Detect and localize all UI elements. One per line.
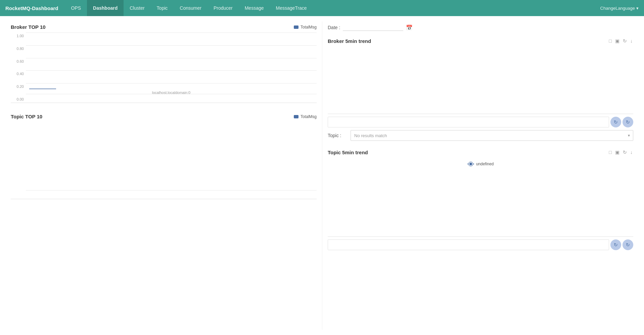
- nav-item-consumer[interactable]: Consumer: [174, 0, 208, 16]
- refresh-icon[interactable]: ↻: [622, 38, 628, 44]
- grid-line-4: [26, 70, 317, 71]
- topic-trend-legend: undefined: [467, 160, 494, 168]
- grid-line-5: [26, 83, 317, 83]
- broker-top10-section: Broker TOP 10 TotalMsg 1.00 0.80 0.60 0.…: [11, 24, 317, 103]
- broker-trend-icons: □ ▣ ↻ ↓: [608, 38, 633, 44]
- main-content: Broker TOP 10 TotalMsg 1.00 0.80 0.60 0.…: [0, 16, 644, 335]
- y-label-2: 0.80: [11, 47, 26, 51]
- date-input[interactable]: [343, 24, 403, 31]
- fullscreen-icon[interactable]: ▣: [614, 38, 620, 44]
- broker-top10-legend: TotalMsg: [294, 25, 317, 30]
- topic-top10-header: Topic TOP 10 TotalMsg: [11, 114, 317, 119]
- topic-row: Topic : No results match ▾: [328, 130, 633, 141]
- download-icon[interactable]: ↓: [630, 38, 633, 44]
- topic-trend-icons: □ ▣ ↻ ↓: [608, 149, 633, 156]
- grid-line-1: [26, 33, 317, 33]
- topic-trend-legend-label: undefined: [476, 162, 494, 166]
- nav-right: ChangeLanguage ▾: [600, 6, 639, 11]
- broker-trend-header: Broker 5min trend □ ▣ ↻ ↓: [328, 38, 633, 44]
- nav-items: OPS Dashboard Cluster Topic Consumer Pro…: [65, 0, 600, 16]
- nav-item-messagetrace[interactable]: MessageTrace: [270, 0, 313, 16]
- y-label-5: 0.20: [11, 85, 26, 89]
- topic-trend-title: Topic 5min trend: [328, 150, 368, 155]
- broker-trend-title: Broker 5min trend: [328, 38, 371, 44]
- broker-search-btn[interactable]: ↻: [610, 117, 621, 127]
- broker-top10-chart: 1.00 0.80 0.60 0.40 0.20 0.00: [11, 33, 317, 103]
- right-panel: Date : 📅 Broker 5min trend □ ▣ ↻ ↓: [322, 21, 639, 330]
- bar-label-localhost: localhost.localdomain:0: [26, 89, 317, 96]
- date-row: Date : 📅: [328, 24, 633, 31]
- topic-grid-bottom: [26, 190, 317, 190]
- topic-top10-title: Topic TOP 10: [11, 114, 42, 119]
- topic-refresh-icon[interactable]: ↻: [622, 149, 628, 156]
- nav-item-ops[interactable]: OPS: [65, 0, 87, 16]
- legend-dot-broker: [294, 25, 298, 29]
- chart-area-topic: [26, 122, 317, 192]
- topic-search-btn[interactable]: ↻: [610, 239, 621, 250]
- topic-control-row: ↻ ↻: [328, 239, 633, 250]
- nav-item-message[interactable]: Message: [239, 0, 270, 16]
- broker-next-btn[interactable]: ↻: [623, 117, 633, 127]
- y-label-4: 0.40: [11, 72, 26, 76]
- y-label-3: 0.60: [11, 59, 26, 63]
- topic-top10-chart: [11, 122, 317, 199]
- topic-trend-section: Topic 5min trend □ ▣ ↻ ↓ undefined: [328, 149, 633, 250]
- grid-line-3: [26, 58, 317, 58]
- change-language-button[interactable]: ChangeLanguage ▾: [600, 6, 639, 11]
- topic-search-input[interactable]: [328, 239, 609, 250]
- broker-trend-section: Broker 5min trend □ ▣ ↻ ↓ ↻ ↻: [328, 38, 633, 141]
- nav-item-dashboard[interactable]: Dashboard: [87, 0, 124, 16]
- nav-brand: RocketMQ-Dashboard: [5, 5, 58, 11]
- broker-top10-header: Broker TOP 10 TotalMsg: [11, 24, 317, 30]
- topic-label: Topic :: [328, 133, 348, 138]
- broker-trend-chart: [328, 47, 633, 114]
- expand-icon[interactable]: □: [608, 38, 612, 44]
- calendar-icon[interactable]: 📅: [406, 24, 413, 31]
- topic-select[interactable]: No results match: [351, 130, 633, 141]
- topic-top10-legend: TotalMsg: [294, 114, 317, 119]
- date-label: Date :: [328, 25, 340, 30]
- nav-item-producer[interactable]: Producer: [208, 0, 239, 16]
- topic-trend-chart: [328, 170, 633, 237]
- y-axis: 1.00 0.80 0.60 0.40 0.20 0.00: [11, 33, 26, 103]
- legend-dot-topic: [294, 115, 298, 118]
- topic-top10-section: Topic TOP 10 TotalMsg: [11, 114, 317, 199]
- broker-top10-title: Broker TOP 10: [11, 24, 46, 30]
- left-panel: Broker TOP 10 TotalMsg 1.00 0.80 0.60 0.…: [5, 21, 322, 330]
- topic-trend-legend-row: undefined: [328, 158, 633, 170]
- topic-fullscreen-icon[interactable]: ▣: [614, 149, 620, 156]
- chart-area-broker: localhost.localdomain:0: [26, 33, 317, 96]
- y-label-1: 1.00: [11, 34, 26, 38]
- topic-trend-header: Topic 5min trend □ ▣ ↻ ↓: [328, 149, 633, 156]
- broker-control-row: ↻ ↻: [328, 117, 633, 127]
- legend-line-icon: [467, 164, 474, 164]
- topic-next-btn[interactable]: ↻: [623, 239, 633, 250]
- nav-item-cluster[interactable]: Cluster: [124, 0, 150, 16]
- topic-top10-legend-label: TotalMsg: [301, 114, 317, 119]
- navbar: RocketMQ-Dashboard OPS Dashboard Cluster…: [0, 0, 644, 16]
- grid-line-2: [26, 45, 317, 46]
- topic-expand-icon[interactable]: □: [608, 149, 612, 156]
- y-label-6: 0.00: [11, 97, 26, 101]
- topic-select-container: No results match ▾: [351, 130, 633, 141]
- broker-search-input[interactable]: [328, 117, 609, 127]
- topic-download-icon[interactable]: ↓: [630, 149, 633, 156]
- nav-item-topic[interactable]: Topic: [151, 0, 174, 16]
- broker-top10-legend-label: TotalMsg: [301, 25, 317, 30]
